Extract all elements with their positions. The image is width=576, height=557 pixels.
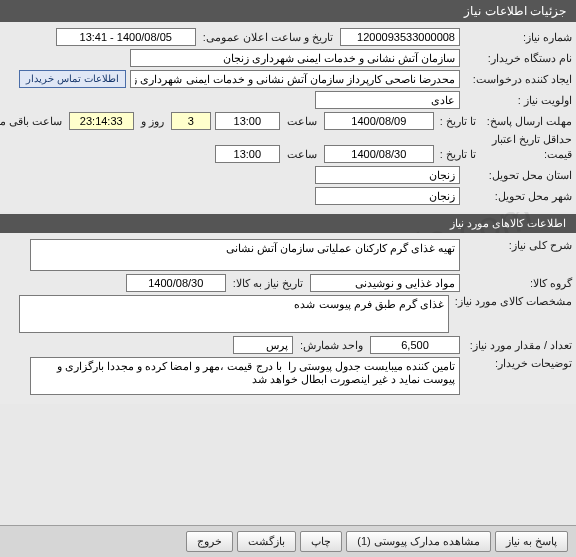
contact-info-button[interactable]: اطلاعات تماس خریدار (19, 70, 126, 88)
items-section-title: اطلاعات کالاهای مورد نیاز (450, 217, 566, 229)
goods-spec-field[interactable] (19, 295, 449, 333)
delivery-province-label: استان محل تحویل: (464, 169, 572, 182)
remaining-label: ساعت باقی مانده (0, 115, 65, 128)
delivery-province-field[interactable] (315, 166, 460, 184)
items-section-header: اطلاعات کالاهای مورد نیاز (0, 214, 576, 233)
footer-toolbar: پاسخ به نیاز مشاهده مدارک پیوستی (1) چاپ… (0, 525, 576, 557)
to-date-label-2: تا تاریخ : (438, 148, 476, 161)
need-date-field[interactable] (126, 274, 226, 292)
buyer-org-field[interactable] (130, 49, 460, 67)
to-date-label-1: تا تاریخ : (438, 115, 476, 128)
buyer-notes-label: توضیحات خریدار: (464, 357, 572, 370)
request-creator-field[interactable] (130, 70, 460, 88)
price-label2: قیمت: (480, 148, 572, 161)
window-title: جزئیات اطلاعات نیاز (464, 4, 566, 18)
remaining-days-field (171, 112, 211, 130)
unit-label: واحد شمارش: (297, 339, 366, 352)
window-header: جزئیات اطلاعات نیاز (0, 0, 576, 22)
reply-deadline-label: مهلت ارسال پاسخ: (480, 115, 572, 128)
time-label-2: ساعت (284, 148, 320, 161)
main-form: شماره نیاز: تاریخ و ساعت اعلان عمومی: نا… (0, 22, 576, 212)
need-number-label: شماره نیاز: (464, 31, 572, 44)
need-desc-field[interactable] (30, 239, 460, 271)
reply-time-field[interactable] (215, 112, 280, 130)
items-form: شرح کلی نیاز: گروه کالا: تاریخ نیاز به ک… (0, 233, 576, 404)
qty-label: تعداد / مقدار مورد نیاز: (464, 339, 572, 352)
need-desc-label: شرح کلی نیاز: (464, 239, 572, 252)
exit-button[interactable]: خروج (186, 531, 233, 552)
unit-field[interactable] (233, 336, 293, 354)
need-number-field[interactable] (340, 28, 460, 46)
back-button[interactable]: بازگشت (237, 531, 296, 552)
delivery-city-field[interactable] (315, 187, 460, 205)
delivery-city-label: شهر محل تحویل: (464, 190, 572, 203)
need-date-label: تاریخ نیاز به کالا: (230, 277, 306, 290)
price-to-date-field[interactable] (324, 145, 434, 163)
priority-field[interactable] (315, 91, 460, 109)
public-announce-field[interactable] (56, 28, 196, 46)
days-and-label: روز و (138, 115, 167, 128)
goods-group-field[interactable] (310, 274, 460, 292)
buyer-org-label: نام دستگاه خریدار: (464, 52, 572, 65)
reply-to-date-field[interactable] (324, 112, 434, 130)
goods-spec-label: مشخصات کالای مورد نیاز: (453, 295, 572, 308)
priority-label: اولویت نیاز : (464, 94, 572, 107)
print-button[interactable]: چاپ (300, 531, 342, 552)
qty-field[interactable] (370, 336, 460, 354)
public-announce-label: تاریخ و ساعت اعلان عمومی: (200, 31, 336, 44)
reply-button[interactable]: پاسخ به نیاز (495, 531, 568, 552)
time-label-1: ساعت (284, 115, 320, 128)
attachments-button[interactable]: مشاهده مدارک پیوستی (1) (346, 531, 491, 552)
request-creator-label: ایجاد کننده درخواست: (464, 73, 572, 86)
price-validity-label: حداقل تاریخ اعتبار (480, 133, 572, 146)
price-time-field[interactable] (215, 145, 280, 163)
buyer-notes-field[interactable] (30, 357, 460, 395)
goods-group-label: گروه کالا: (464, 277, 572, 290)
remaining-time-field (69, 112, 134, 130)
